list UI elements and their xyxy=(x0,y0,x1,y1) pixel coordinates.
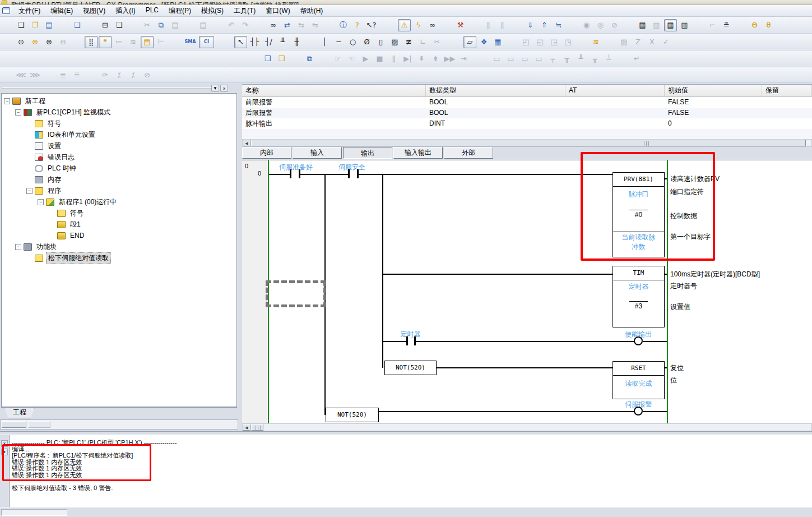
compile-view-button[interactable]: ❏ xyxy=(71,19,83,31)
sampling-trace-button[interactable]: ╥ xyxy=(560,53,573,65)
pause-button[interactable]: ‖ xyxy=(496,19,509,31)
contact-timer[interactable] xyxy=(406,336,408,345)
tree-expander-icon[interactable]: − xyxy=(26,188,33,194)
sim-stop-button[interactable]: ■ xyxy=(373,53,386,65)
redo-button[interactable]: ↷ xyxy=(239,19,252,31)
invert-tool-button[interactable]: ≢ xyxy=(402,36,415,48)
time-chart-button[interactable]: ≞ xyxy=(720,19,733,31)
ladder-hscrollbar[interactable]: ◀ xyxy=(242,423,812,431)
zoom-in-button[interactable]: ⊕ xyxy=(43,36,55,48)
tree-item[interactable]: 符号 xyxy=(2,207,236,219)
tree-item[interactable]: 段1 xyxy=(2,219,236,230)
watch-monitor-button[interactable]: ϟ xyxy=(412,19,425,31)
local-symbols-button[interactable]: ✓ xyxy=(660,36,672,48)
not-instruction-block[interactable]: NOT(520) xyxy=(384,361,437,375)
monitor-clock-button[interactable]: ▥ xyxy=(650,19,663,31)
scroll-left-arrow-icon[interactable]: ◀ xyxy=(243,140,250,146)
output-window-button[interactable]: ▨ xyxy=(618,36,630,48)
operand[interactable]: 读取完成 xyxy=(613,379,664,389)
symbol-table-row[interactable] xyxy=(242,129,812,140)
smart-input-button[interactable]: SMA xyxy=(183,36,198,48)
force-on-button[interactable]: ◉ xyxy=(580,19,593,31)
menu-item[interactable]: 编程(P) xyxy=(164,5,196,17)
variable-tab[interactable]: 内部 xyxy=(242,147,291,159)
tree-item[interactable]: PLC 时钟 xyxy=(2,163,236,174)
watch-paste-button[interactable]: ◲ xyxy=(547,36,560,48)
comment-edit-button[interactable]: ❒ xyxy=(275,53,288,65)
return-button[interactable]: ↵ xyxy=(630,53,643,65)
online-edit-button[interactable]: ⚒ xyxy=(454,19,467,31)
menu-item[interactable]: 编辑(E) xyxy=(45,5,78,17)
variable-tab[interactable]: 输入 xyxy=(293,147,342,159)
operand[interactable]: #3 xyxy=(613,301,664,310)
new-view-button[interactable]: ▱ xyxy=(463,36,476,48)
menu-item[interactable]: 工具(T) xyxy=(229,5,261,17)
grid-toggle-button[interactable]: ⣿ xyxy=(85,36,98,48)
column-header-at[interactable]: AT xyxy=(565,85,665,97)
menu-item[interactable]: 插入(I) xyxy=(110,5,140,17)
sim-step-out-button[interactable]: ⇟ xyxy=(429,53,442,65)
block-top-button[interactable]: ≞ xyxy=(71,69,83,81)
tree-item[interactable]: − 新PLC1[CP1H] 监视模式 xyxy=(2,107,236,118)
contact-servo-ready[interactable] xyxy=(299,169,300,178)
zoom-custom-button[interactable]: ⊕ xyxy=(29,36,41,48)
menu-item[interactable]: 视图(V) xyxy=(78,5,110,17)
contact-timer[interactable] xyxy=(414,336,416,345)
contact-servo-safe[interactable] xyxy=(348,169,350,178)
sim-step-button[interactable]: ▶| xyxy=(401,53,414,65)
or-contact-no-tool-button[interactable]: ╨ xyxy=(276,36,289,48)
watch-remove-button[interactable]: ◱ xyxy=(533,36,546,48)
menu-item[interactable]: 窗口(W) xyxy=(261,5,295,17)
ci-instruction-button[interactable]: CI xyxy=(199,36,214,48)
force-clear-button[interactable]: ⊘ xyxy=(141,69,154,81)
network-monitor-button-1[interactable]: ▭ xyxy=(490,53,503,65)
protocol-button[interactable]: ╧ xyxy=(602,53,615,65)
ladder-editor[interactable]: 0 0 伺服准备好 伺服安全 PRV(881) 脉冲口 #0 当前读取脉冲数 读… xyxy=(242,160,812,423)
edit-pen-button[interactable]: ✑ xyxy=(99,69,112,81)
sim-continuous-step-button[interactable]: ▶▶ xyxy=(443,53,456,65)
vertical-line-tool-button[interactable]: │ xyxy=(318,36,331,48)
corner-tool-button[interactable]: ∟ xyxy=(416,36,429,48)
watch-clear-button[interactable]: ◳ xyxy=(562,36,574,48)
contact-no-tool-button[interactable]: ┤├ xyxy=(248,36,261,48)
tree-item[interactable]: 设置 xyxy=(2,140,236,151)
network-monitor-button-2[interactable]: ▭ xyxy=(504,53,517,65)
sim-scan-run-button[interactable]: ⇥ xyxy=(457,53,470,65)
workspace-dropdown-button[interactable]: ▼ xyxy=(211,85,219,92)
diff-trace-button[interactable]: ╤ xyxy=(546,53,559,65)
verify-with-plc-button[interactable]: ≒ xyxy=(552,19,565,31)
step-run-button[interactable]: ⌐ xyxy=(706,19,719,31)
io-comment-view-button[interactable]: ❒ xyxy=(261,53,274,65)
coil-nc-tool-button[interactable]: Ø xyxy=(360,36,373,48)
change-all-button[interactable]: ⇋ xyxy=(309,19,322,31)
copy-button[interactable]: ⧉ xyxy=(155,19,168,31)
download-to-plc-button[interactable]: ⇓ xyxy=(524,19,537,31)
scrollbar-thumb[interactable] xyxy=(2,421,26,428)
tree-item[interactable]: 错误日志 xyxy=(2,151,236,163)
variable-tab[interactable]: 输入输出 xyxy=(393,147,443,159)
menu-item[interactable]: 模拟(S) xyxy=(196,5,229,17)
tree-item[interactable]: − 功能块 xyxy=(2,241,236,252)
tree-expander-icon[interactable]: − xyxy=(15,109,21,116)
contact-servo-safe[interactable] xyxy=(357,169,359,178)
find-replace-all-button[interactable]: ⇆ xyxy=(295,19,308,31)
scrollbar-thumb[interactable] xyxy=(251,424,263,431)
paste-special-button[interactable]: ▤ xyxy=(197,19,210,31)
data-trace-button[interactable]: ╨ xyxy=(574,53,587,65)
watch-window-2-button[interactable]: Z xyxy=(632,36,644,48)
address-reference-button[interactable]: ≋ xyxy=(590,36,602,48)
workspace-grip[interactable] xyxy=(2,87,215,89)
rung-wrap-button[interactable]: ⊢ xyxy=(155,36,168,48)
variable-tab[interactable]: 外部 xyxy=(444,147,493,159)
instruction-tool-button[interactable]: ▯ xyxy=(374,36,387,48)
increase-indent-button[interactable]: ⋙ xyxy=(29,69,41,81)
section-list-button[interactable]: ⧉ xyxy=(303,53,316,65)
replace-button[interactable]: ⇄ xyxy=(281,19,294,31)
tree-item[interactable]: − 新程序1 (00)运行中 xyxy=(2,196,236,207)
sim-run-button[interactable]: ▶ xyxy=(359,53,372,65)
tree-expander-icon[interactable]: − xyxy=(4,98,10,104)
column-header-initial[interactable]: 初始值 xyxy=(665,85,762,97)
symbol-table-row[interactable]: 脉冲输出 DINT 0 xyxy=(242,118,812,129)
context-help-button[interactable]: ↖? xyxy=(365,19,378,31)
symbol-table-row[interactable]: 后限报警 BOOL FALSE xyxy=(242,108,812,118)
